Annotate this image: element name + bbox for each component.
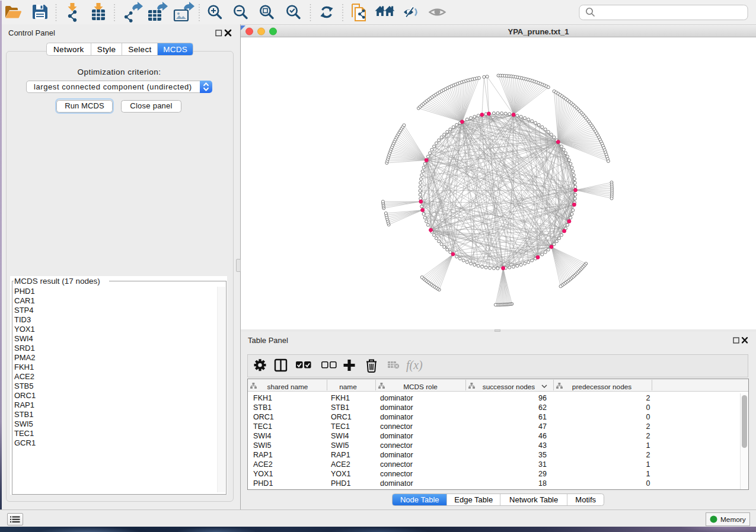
svg-text:f(x): f(x)	[406, 358, 423, 372]
